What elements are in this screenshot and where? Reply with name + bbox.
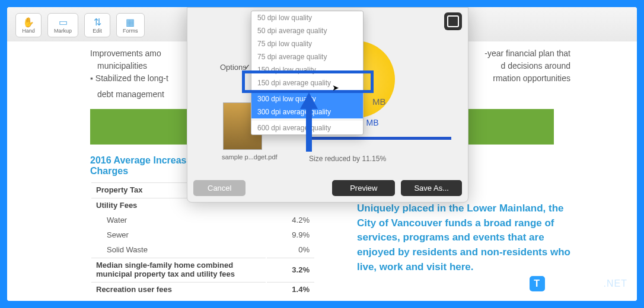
edit-icon: ⇅ [91,17,103,27]
teal-paragraph: Uniquely placed in the Lower Mainland, t… [357,201,582,274]
dd-item-300-avg[interactable]: 300 dpi average quality [251,105,363,118]
size-reduced-text: Size reduced by 11.15% [309,155,386,163]
row-rec-label: Recreation user fees [91,282,266,296]
button-spacer [251,180,326,196]
save-as-button[interactable]: Save As... [401,180,462,196]
thumbnail-filename: sample p...dget.pdf [222,153,263,161]
dd-item-75-avg[interactable]: 75 dpi average quality [251,50,363,63]
row-solid-label: Solid Waste [91,243,266,256]
forms-icon: ▦ [125,17,136,27]
row-rec-val: 1.4% [267,282,314,296]
row-median-label: Median single-family home combined munic… [91,258,266,281]
hand-label: Hand [22,28,35,34]
quality-dropdown-menu[interactable]: 50 dpi low quality 50 dpi average qualit… [251,11,364,135]
forms-label: Forms [123,28,138,34]
dd-item-300-low[interactable]: 300 dpi low quality [251,92,363,105]
app-frame: ✋ Hand ▭ Markup ⇅ Edit ▦ Forms (page 1 o… [7,7,637,301]
dd-item-75-low[interactable]: 75 dpi low quality [251,37,363,50]
size-progress-bar [309,137,451,140]
dd-item-600-avg[interactable]: 600 dpi average quality [251,121,363,134]
dd-separator-2 [251,120,363,120]
markup-tool-button[interactable]: ▭ Markup [47,13,78,37]
template-net-watermark: T TEMPLATE.NET [530,276,627,291]
markup-icon: ▭ [57,17,69,27]
row-sewer-val: 9.9% [267,228,314,242]
markup-label: Markup [54,28,72,34]
dd-separator-1 [251,91,363,91]
row-solid-val: 0% [267,243,314,256]
cancel-button[interactable]: Cancel [193,180,246,196]
forms-tool-button[interactable]: ▦ Forms [116,13,145,37]
row-median-val: 3.2% [267,258,314,281]
edit-tool-button[interactable]: ⇅ Edit [84,13,110,37]
hand-tool-button[interactable]: ✋ Hand [15,13,42,37]
dd-item-150-avg[interactable]: 150 dpi average quality [251,76,363,89]
dd-item-50-avg[interactable]: 50 dpi average quality [251,24,363,37]
row-water-label: Water [91,213,266,227]
row-sewer-label: Sewer [91,228,266,242]
options-checkmark-icon: ✓ [244,63,250,71]
edit-label: Edit [93,28,102,34]
hand-icon: ✋ [23,17,34,27]
options-label: Options [220,63,247,72]
template-text: TEMPLATE.NET [549,278,627,289]
mb-unit-label: MB [372,97,386,107]
target-icon[interactable] [444,12,462,30]
preview-button[interactable]: Preview [332,180,395,196]
template-t-icon: T [530,276,545,291]
row-water-val: 4.2% [267,213,314,227]
dd-item-150-low[interactable]: 150 dpi low quality [251,63,363,76]
dialog-button-row: Cancel Preview Save As... [193,180,462,196]
reduce-file-size-dialog: Options ✓ sample p...dget.pdf MB Final S… [187,7,468,203]
dd-item-50-low[interactable]: 50 dpi low quality [251,11,363,24]
indicative-heading: Indicative City Property Tax and Utility… [357,299,582,301]
